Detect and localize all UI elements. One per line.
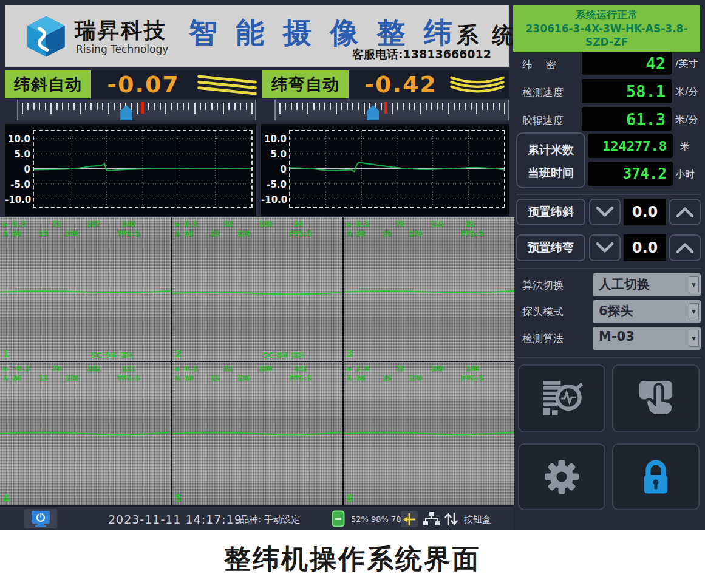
camera-overlay-line2: Λ 60 15 130 FPS:5 xyxy=(175,230,312,238)
power-monitor-button[interactable] xyxy=(24,509,57,528)
crosshair-button[interactable] xyxy=(401,511,418,527)
ruler-tick xyxy=(33,103,35,110)
roller-speed-unit: 米/分 xyxy=(675,114,698,126)
ruler-tick xyxy=(279,103,281,114)
detect-algorithm-select[interactable]: M-03 ▼ xyxy=(593,327,701,350)
trend-line-chart xyxy=(290,131,504,207)
probe-mode-select[interactable]: 6探头 ▼ xyxy=(593,300,701,323)
camera-id: 1 xyxy=(3,349,9,360)
detect-algorithm-value: M-03 xyxy=(599,329,635,344)
ruler-tick xyxy=(114,103,115,110)
chevron-down-icon xyxy=(593,239,617,256)
ruler-ticks xyxy=(279,100,504,120)
system-status-text: 系统运行正常 xyxy=(576,8,638,22)
dropdown-arrow-icon[interactable]: ▼ xyxy=(689,330,699,347)
ruler-tick xyxy=(454,103,455,110)
weft-density-label: 纬 密 xyxy=(522,58,556,72)
app-window: 瑞昇科技 Rising Technology 智 能 摄 像 整 纬系 统 客服… xyxy=(0,0,705,530)
ruler-tick xyxy=(459,103,460,110)
ruler-tick xyxy=(285,103,286,110)
camera-id: 2 xyxy=(175,349,181,360)
ruler-tick xyxy=(397,103,398,110)
y-axis-tick-label: -5.0 xyxy=(5,179,30,190)
camera-tag: SC:94 (D) xyxy=(90,350,132,360)
camera-view-1: ▶ 0.3 71 107 140Λ 60 13 130 FPS:51SC:94 … xyxy=(0,217,171,361)
roller-speed-display: 61.3 xyxy=(582,107,672,131)
weft-skew-auto-button[interactable]: 纬斜自动 xyxy=(5,70,91,98)
ruler-tick xyxy=(465,103,466,110)
ruler-tick xyxy=(431,103,432,110)
monitor-power-icon xyxy=(30,510,52,528)
ruler-tick xyxy=(403,103,404,110)
probe-mode-value: 6探头 xyxy=(599,303,633,320)
preset-weft-bow-increase-button[interactable] xyxy=(669,234,701,261)
ruler-tick xyxy=(364,103,365,114)
camera-id: 6 xyxy=(347,493,353,504)
gauge-band: 纬斜自动 -0.07 纬弯自动 -0.42 xyxy=(5,70,509,98)
camera-tag: SC:84 (D) xyxy=(262,350,304,360)
scanline xyxy=(344,217,514,361)
company-name-en: Rising Technology xyxy=(76,43,168,55)
preset-weft-skew-decrease-button[interactable] xyxy=(589,199,621,225)
skew-lines-icon xyxy=(194,74,260,95)
total-meters-display: 124277.8 xyxy=(588,134,673,158)
updown-arrows-icon[interactable] xyxy=(443,511,459,527)
ruler-tick xyxy=(392,103,393,114)
weft-skew-ruler[interactable] xyxy=(17,100,256,120)
ruler-tick xyxy=(39,103,40,110)
ruler-tick xyxy=(240,103,241,110)
status-percents: 52% 98% 78% xyxy=(351,514,409,524)
ruler-tick xyxy=(131,103,132,110)
algorithm-switch-label: 算法切换 xyxy=(522,278,564,292)
ruler-tick xyxy=(223,103,224,114)
ruler-tick xyxy=(347,103,348,110)
ruler-tick xyxy=(471,103,472,110)
weft-bow-auto-button[interactable]: 纬弯自动 xyxy=(262,70,349,98)
app-title-suffix: 系 统 xyxy=(457,22,517,47)
camera-id: 5 xyxy=(175,493,181,504)
weft-bow-ruler[interactable] xyxy=(274,100,509,120)
y-axis-tick-label: 5.0 xyxy=(261,149,287,160)
total-meters-label: 累计米数 xyxy=(517,142,584,158)
ruler-tick xyxy=(217,103,218,110)
camera-overlay-line2: Λ 60 15 170 FPS:5 xyxy=(347,374,483,383)
gear-icon xyxy=(538,453,585,501)
chevron-up-icon xyxy=(673,203,697,220)
network-icon[interactable] xyxy=(423,511,441,527)
preset-weft-skew-button[interactable]: 预置纬斜 xyxy=(516,199,585,225)
service-phone: 客服电话:13813666012 xyxy=(352,47,491,63)
scanline xyxy=(0,362,171,505)
ruler-tick xyxy=(234,103,236,110)
panel-divider xyxy=(516,357,701,358)
lock-icon xyxy=(633,454,678,499)
settings-button[interactable] xyxy=(518,443,605,510)
ruler-tick xyxy=(442,103,443,110)
ruler-tick xyxy=(228,103,230,110)
ruler-tick xyxy=(352,103,353,110)
ruler-tick xyxy=(171,103,172,110)
ruler-tick xyxy=(148,103,149,110)
camera-grid: ▶ 0.3 71 107 140Λ 60 13 130 FPS:51SC:94 … xyxy=(0,217,513,505)
ruler-tick xyxy=(205,103,206,110)
ruler-tick xyxy=(414,103,415,110)
preset-weft-skew-increase-button[interactable] xyxy=(669,199,701,225)
dropdown-arrow-icon[interactable]: ▼ xyxy=(689,303,699,320)
report-button[interactable] xyxy=(518,364,605,432)
dropdown-arrow-icon[interactable]: ▼ xyxy=(689,276,699,293)
ruler-tick xyxy=(330,103,331,110)
ruler-tick xyxy=(22,103,23,114)
detect-speed-label: 检测速度 xyxy=(522,86,564,100)
scanline xyxy=(172,217,342,361)
ruler-tick xyxy=(200,103,201,110)
weft-skew-trend-chart: 10.05.00-5.0-10.0 xyxy=(5,124,256,216)
scanline xyxy=(344,362,514,505)
ruler-tick xyxy=(50,103,52,114)
lock-button[interactable] xyxy=(612,443,700,510)
manual-touch-button[interactable] xyxy=(612,364,700,432)
weft-bow-trend-chart: 10.05.00-5.0-10.0 xyxy=(261,124,509,216)
preset-weft-bow-button[interactable]: 预置纬弯 xyxy=(516,234,585,261)
preset-weft-bow-decrease-button[interactable] xyxy=(589,234,621,261)
algorithm-switch-select[interactable]: 人工切换 ▼ xyxy=(593,273,701,296)
ruler-tick xyxy=(177,103,178,110)
ruler-tick xyxy=(56,103,58,110)
